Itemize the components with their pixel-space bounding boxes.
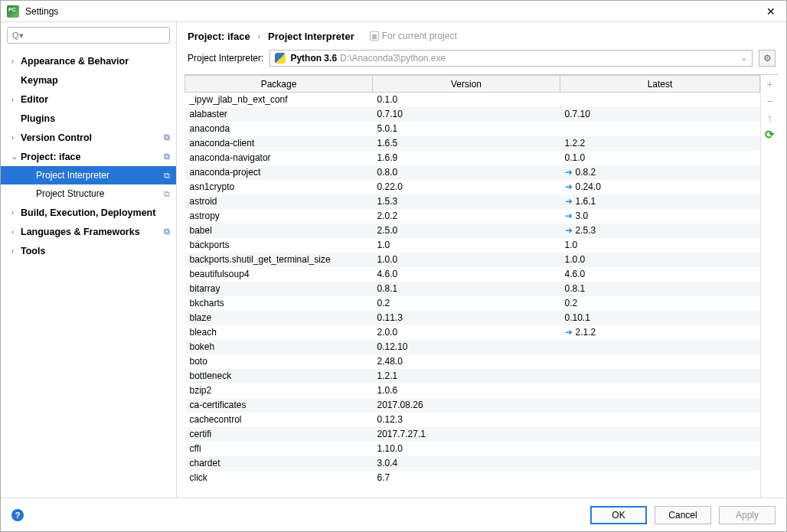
table-row[interactable]: cachecontrol0.12.3 — [185, 413, 760, 427]
table-row[interactable]: anaconda5.0.1 — [185, 122, 760, 136]
cell-latest: 0.7.10 — [560, 107, 760, 122]
cell-package: astropy — [185, 209, 373, 224]
col-package[interactable]: Package — [185, 76, 373, 93]
cell-latest — [560, 427, 760, 442]
sidebar-item[interactable]: ›Build, Execution, Deployment — [1, 203, 176, 222]
sidebar-subitem-label: Project Structure — [36, 188, 164, 199]
cancel-button[interactable]: Cancel — [655, 506, 711, 524]
remove-package-button[interactable]: − — [763, 93, 778, 109]
search-input[interactable] — [27, 30, 165, 41]
cell-package: babel — [185, 224, 373, 238]
table-row[interactable]: backports1.01.0 — [185, 238, 760, 253]
cell-package: backports.shutil_get_terminal_size — [185, 253, 373, 267]
sidebar-item[interactable]: ›Tools — [1, 241, 176, 260]
settings-tree: ›Appearance & BehaviorKeymap›EditorPlugi… — [1, 48, 176, 498]
cell-latest — [560, 354, 760, 369]
ok-button[interactable]: OK — [590, 506, 647, 524]
sidebar-item-label: Version Control — [21, 132, 164, 143]
cell-package: chardet — [185, 456, 373, 471]
cell-package: anaconda — [185, 122, 373, 136]
cell-version: 6.7 — [373, 471, 560, 485]
sidebar-item[interactable]: Keymap — [1, 70, 176, 90]
sidebar-item[interactable]: Plugins — [1, 109, 176, 128]
table-row[interactable]: asn1crypto0.22.0➜0.24.0 — [185, 180, 760, 194]
cell-latest: ➜3.0 — [560, 209, 760, 224]
table-row[interactable]: cffi1.10.0 — [185, 442, 760, 456]
search-input-wrapper[interactable]: Q▾ — [7, 27, 170, 44]
sidebar-item[interactable]: ⌄Project: iface⧉ — [1, 147, 176, 166]
cell-latest — [560, 340, 760, 354]
sidebar-subitem[interactable]: Project Interpreter⧉ — [1, 166, 176, 184]
upgrade-package-button[interactable]: ↑ — [763, 110, 778, 126]
refresh-button[interactable]: ⟳ — [763, 127, 778, 142]
chevron-icon: › — [11, 57, 21, 65]
sidebar-item[interactable]: ›Version Control⧉ — [1, 128, 176, 147]
table-row[interactable]: anaconda-client1.6.51.2.2 — [185, 136, 760, 151]
table-row[interactable]: boto2.48.0 — [185, 354, 760, 369]
cell-version: 1.5.3 — [373, 194, 560, 209]
sidebar-item[interactable]: ›Editor — [1, 90, 176, 109]
latest-value: 1.0 — [565, 240, 578, 250]
cell-latest: 4.6.0 — [560, 267, 760, 282]
help-icon[interactable]: ? — [11, 509, 24, 521]
cell-package: bzip2 — [185, 383, 373, 398]
cell-version: 0.2 — [373, 296, 560, 311]
add-package-button[interactable]: + — [763, 77, 778, 92]
table-row[interactable]: ca-certificates2017.08.26 — [185, 398, 760, 413]
interpreter-dropdown[interactable]: Python 3.6 D:\Anaconda3\python.exe ⌄ — [269, 50, 753, 67]
cell-version: 0.8.1 — [373, 282, 560, 296]
sidebar-item[interactable]: ›Languages & Frameworks⧉ — [1, 222, 176, 241]
cell-version: 2017.7.27.1 — [373, 427, 560, 442]
table-row[interactable]: anaconda-project0.8.0➜0.8.2 — [185, 165, 760, 180]
table-row[interactable]: alabaster0.7.100.7.10 — [185, 107, 760, 122]
cell-version: 0.12.10 — [373, 340, 560, 354]
table-row[interactable]: bleach2.0.0➜2.1.2 — [185, 325, 760, 340]
project-scope-icon: ▦ — [370, 31, 379, 41]
table-row[interactable]: bokeh0.12.10 — [185, 340, 760, 354]
table-row[interactable]: backports.shutil_get_terminal_size1.0.01… — [185, 253, 760, 267]
cell-latest: 0.2 — [560, 296, 760, 311]
table-row[interactable]: bkcharts0.20.2 — [185, 296, 760, 311]
sidebar-item-label: Keymap — [21, 75, 176, 86]
table-row[interactable]: certifi2017.7.27.1 — [185, 427, 760, 442]
table-row[interactable]: chardet3.0.4 — [185, 456, 760, 471]
cell-latest — [560, 93, 760, 107]
chevron-down-icon: ⌄ — [741, 54, 747, 62]
sidebar-item-label: Languages & Frameworks — [21, 227, 164, 237]
cell-latest: ➜0.8.2 — [560, 165, 760, 180]
cell-package: bitarray — [185, 282, 373, 296]
cell-version: 4.6.0 — [373, 267, 560, 282]
cell-latest: 1.0 — [560, 238, 760, 253]
table-row[interactable]: bzip21.0.6 — [185, 383, 760, 398]
cell-latest: ➜0.24.0 — [560, 180, 760, 194]
table-row[interactable]: astroid1.5.3➜1.6.1 — [185, 194, 760, 209]
col-latest[interactable]: Latest — [560, 76, 760, 93]
project-scope-icon: ⧉ — [164, 189, 170, 199]
table-row[interactable]: bottleneck1.2.1 — [185, 369, 760, 383]
cell-package: certifi — [185, 427, 373, 442]
latest-value: 0.24.0 — [576, 181, 601, 192]
update-arrow-icon: ➜ — [565, 167, 573, 178]
latest-value: 4.6.0 — [565, 269, 586, 279]
table-row[interactable]: astropy2.0.2➜3.0 — [185, 209, 760, 224]
interpreter-label: Project Interpreter: — [188, 53, 263, 64]
sidebar-item-label: Tools — [21, 246, 176, 256]
search-icon: Q▾ — [12, 31, 24, 41]
table-row[interactable]: anaconda-navigator1.6.90.1.0 — [185, 151, 760, 165]
gear-icon[interactable]: ⚙ — [759, 50, 776, 67]
sidebar-item[interactable]: ›Appearance & Behavior — [1, 51, 176, 70]
sidebar-subitem-label: Project Interpreter — [36, 170, 164, 181]
table-row[interactable]: click6.7 — [185, 471, 760, 485]
table-row[interactable]: babel2.5.0➜2.5.3 — [185, 224, 760, 238]
table-row[interactable]: beautifulsoup44.6.04.6.0 — [185, 267, 760, 282]
table-row[interactable]: bitarray0.8.10.8.1 — [185, 282, 760, 296]
table-row[interactable]: _ipyw_jlab_nb_ext_conf0.1.0 — [185, 93, 760, 107]
cell-version: 1.2.1 — [373, 369, 560, 383]
apply-button[interactable]: Apply — [719, 506, 776, 524]
close-icon[interactable]: ✕ — [762, 5, 780, 18]
latest-value: 3.0 — [576, 211, 589, 221]
table-row[interactable]: blaze0.11.30.10.1 — [185, 311, 760, 325]
sidebar-subitem[interactable]: Project Structure⧉ — [1, 184, 176, 203]
project-scope-icon: ⧉ — [164, 227, 170, 237]
col-version[interactable]: Version — [373, 76, 560, 93]
